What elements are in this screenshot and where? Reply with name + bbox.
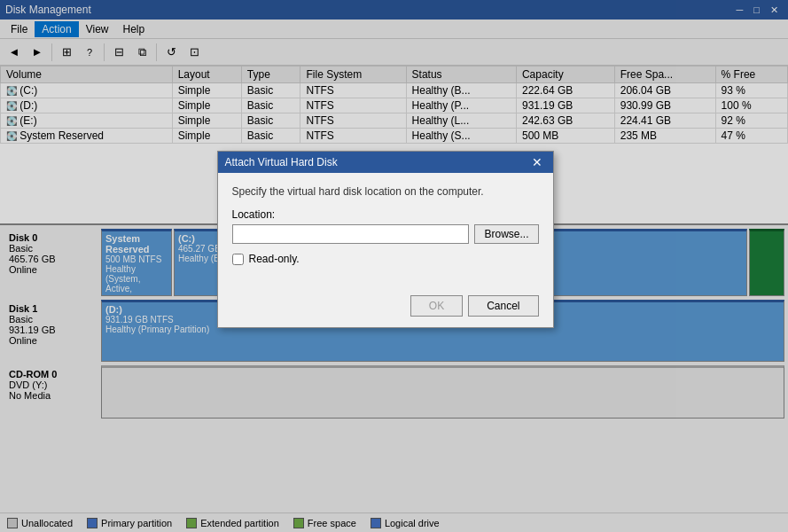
readonly-checkbox[interactable] [232,254,244,265]
cancel-button[interactable]: Cancel [468,295,538,317]
location-input[interactable] [232,224,470,244]
dialog-footer: OK Cancel [218,290,553,327]
dialog-body: Specify the virtual hard disk location o… [218,173,553,290]
attach-vhd-dialog: Attach Virtual Hard Disk ✕ Specify the v… [217,151,554,328]
dialog-description: Specify the virtual hard disk location o… [232,185,539,198]
ok-button[interactable]: OK [410,295,463,317]
dialog-overlay: Attach Virtual Hard Disk ✕ Specify the v… [0,0,788,532]
dialog-title: Attach Virtual Hard Disk [225,156,528,168]
dialog-close-button[interactable]: ✕ [528,155,546,169]
readonly-row: Read-only. [232,253,539,265]
location-input-row: Browse... [232,224,539,244]
readonly-label[interactable]: Read-only. [249,253,300,265]
browse-button[interactable]: Browse... [474,224,538,244]
location-label: Location: [232,208,539,221]
dialog-titlebar: Attach Virtual Hard Disk ✕ [218,152,553,173]
